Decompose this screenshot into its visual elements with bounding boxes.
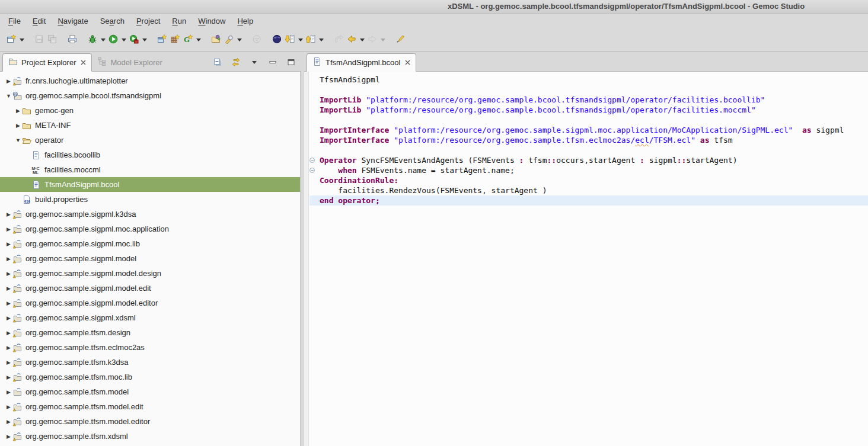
fold-collapse-icon[interactable]: − <box>309 155 318 165</box>
tree-item-facilities-moccml[interactable]: MᶜCMLfacilities.moccml <box>0 162 300 177</box>
tree-item-org-gemoc-sample-bcool-tfsmandsigpml[interactable]: ▼Gorg.gemoc.sample.bcool.tfsmandsigpml <box>0 88 300 103</box>
explorer-tab-project-explorer[interactable]: Project Explorer <box>2 53 92 72</box>
menu-edit[interactable]: Edit <box>27 15 52 27</box>
search-torch-dropdown[interactable] <box>235 32 243 47</box>
expand-arrow-icon[interactable]: ▶ <box>5 226 12 232</box>
code-line-9[interactable]: −Operator SyncFSMEventsAndAgents (FSMEve… <box>309 155 868 165</box>
expand-arrow-icon[interactable]: ▶ <box>5 434 12 439</box>
tree-item-org-gemoc-sample-tfsm-design[interactable]: ▶!org.gemoc.sample.tfsm.design <box>0 325 300 340</box>
run-button[interactable] <box>107 32 120 47</box>
tree-item-operator[interactable]: ▼operator <box>0 133 300 147</box>
expand-arrow-icon[interactable]: ▶ <box>5 211 12 217</box>
code-line-7[interactable]: ImportInterface "platform:/resource/org.… <box>309 135 868 145</box>
menu-run[interactable]: Run <box>166 15 192 27</box>
expand-arrow-icon[interactable]: ▶ <box>5 285 12 291</box>
editor-tab-tfsmandsigpml-bcool[interactable]: TfsmAndSigpml.bcool <box>307 53 416 72</box>
tree-item-build-properties[interactable]: 010build.properties <box>0 192 300 207</box>
code-line-1[interactable]: TfsmAndSigpml <box>309 75 868 85</box>
tree-item-org-gemoc-sample-tfsm-model-editor[interactable]: ▶!org.gemoc.sample.tfsm.model.editor <box>0 414 300 429</box>
code-line-3[interactable]: ImportLib "platform:/resource/org.gemoc.… <box>309 95 868 105</box>
link-with-editor-button[interactable] <box>231 57 241 67</box>
tree-item-tfsmandsigpml-bcool[interactable]: TfsmAndSigpml.bcool <box>0 177 300 192</box>
highlighter-button[interactable] <box>394 32 407 47</box>
external-tools-dropdown[interactable] <box>141 32 148 47</box>
tab-close-icon[interactable] <box>404 59 410 66</box>
tree-item-org-gemoc-sample-sigpml-moc-application[interactable]: ▶!org.gemoc.sample.sigpml.moc.applicatio… <box>0 222 300 236</box>
expand-arrow-icon[interactable]: ▶ <box>14 108 22 114</box>
tree-item-meta-inf[interactable]: ▶META-INF <box>0 118 300 133</box>
tree-item-org-gemoc-sample-sigpml-model-design[interactable]: ▶!org.gemoc.sample.sigpml.model.design <box>0 266 300 281</box>
tree-item-fr-cnrs-luchogie-ultimateplotter[interactable]: ▶!fr.cnrs.luchogie.ultimateplotter <box>0 73 300 88</box>
collapse-all-button[interactable] <box>212 57 222 67</box>
tree-item-org-gemoc-sample-tfsm-model[interactable]: ▶org.gemoc.sample.tfsm.model <box>0 384 300 399</box>
code-line-2[interactable] <box>309 85 868 95</box>
fold-collapse-icon[interactable]: − <box>309 165 318 175</box>
new-class-dropdown[interactable] <box>194 32 202 47</box>
tree-item-org-gemoc-sample-sigpml-k3dsa[interactable]: ▶!org.gemoc.sample.sigpml.k3dsa <box>0 207 300 222</box>
tree-item-org-gemoc-sample-sigpml-xdsml[interactable]: ▶!org.gemoc.sample.sigpml.xdsml <box>0 310 300 325</box>
expand-arrow-icon[interactable]: ▶ <box>5 360 12 365</box>
tree-item-org-gemoc-sample-tfsm-eclmoc2as[interactable]: ▶!org.gemoc.sample.tfsm.eclmoc2as <box>0 340 300 355</box>
menu-help[interactable]: Help <box>231 15 259 27</box>
code-line-13[interactable]: end operator; <box>309 195 868 206</box>
next-annotation-dropdown[interactable] <box>296 32 304 47</box>
tree-item-org-gemoc-sample-sigpml-model-editor[interactable]: ▶!org.gemoc.sample.sigpml.model.editor <box>0 296 300 310</box>
tree-item-org-gemoc-sample-tfsm-model-edit[interactable]: ▶!org.gemoc.sample.tfsm.model.edit <box>0 399 300 414</box>
tree-item-org-gemoc-sample-sigpml-model-edit[interactable]: ▶!org.gemoc.sample.sigpml.model.edit <box>0 281 300 296</box>
menu-navigate[interactable]: Navigate <box>52 15 94 27</box>
code-line-10[interactable]: − when FSMEvents.name = startAgent.name; <box>309 165 868 175</box>
collapse-arrow-icon[interactable]: ▼ <box>5 93 12 99</box>
new-wizard-button[interactable] <box>5 32 18 47</box>
expand-arrow-icon[interactable]: ▶ <box>5 345 12 351</box>
menu-project[interactable]: Project <box>130 15 166 27</box>
expand-arrow-icon[interactable]: ▶ <box>5 330 12 336</box>
new-modeling-project-button[interactable] <box>155 32 168 47</box>
tree-item-org-gemoc-sample-tfsm-k3dsa[interactable]: ▶!org.gemoc.sample.tfsm.k3dsa <box>0 355 300 370</box>
view-menu-button[interactable] <box>249 57 259 67</box>
next-annotation-button[interactable] <box>283 32 296 47</box>
collapse-arrow-icon[interactable]: ▼ <box>14 137 22 143</box>
code-line-11[interactable]: CoordinationRule: <box>309 175 868 185</box>
tree-item-org-gemoc-sample-sigpml-model[interactable]: ▶!org.gemoc.sample.sigpml.model <box>0 251 300 266</box>
expand-arrow-icon[interactable]: ▶ <box>5 300 12 306</box>
code-line-4[interactable]: ImportLib "platform:/resource/org.gemoc.… <box>309 105 868 115</box>
expand-arrow-icon[interactable]: ▶ <box>5 419 12 425</box>
expand-arrow-icon[interactable]: ▶ <box>5 78 12 84</box>
explorer-tab-model-explorer[interactable]: Model Explorer <box>92 53 167 72</box>
tree-item-org-gemoc-sample-tfsm-moc-lib[interactable]: ▶!org.gemoc.sample.tfsm.moc.lib <box>0 370 300 384</box>
debug-button[interactable] <box>86 32 99 47</box>
expand-arrow-icon[interactable]: ▶ <box>5 374 12 380</box>
tree-item-org-gemoc-sample-tfsm-xdsml[interactable]: ▶!org.gemoc.sample.tfsm.xdsml <box>0 429 300 444</box>
code-line-5[interactable] <box>309 115 868 125</box>
previous-annotation-button[interactable] <box>304 32 317 47</box>
tree-item-gemoc-gen[interactable]: ▶gemoc-gen <box>0 103 300 118</box>
new-package-button[interactable] <box>168 32 181 47</box>
minimize-button[interactable] <box>267 57 277 67</box>
project-tree[interactable]: ▶!fr.cnrs.luchogie.ultimateplotter▼Gorg.… <box>0 72 301 446</box>
new-class-button[interactable]: G <box>181 32 194 47</box>
previous-annotation-dropdown[interactable] <box>317 32 325 47</box>
print-button[interactable] <box>66 32 79 47</box>
web-browser-button[interactable] <box>270 32 283 47</box>
expand-arrow-icon[interactable]: ▶ <box>14 123 22 129</box>
expand-arrow-icon[interactable]: ▶ <box>5 271 12 277</box>
expand-arrow-icon[interactable]: ▶ <box>5 404 12 410</box>
back-dropdown[interactable] <box>358 32 366 47</box>
code-line-12[interactable]: facilities.RendezVous(FSMEvents, startAg… <box>309 185 868 195</box>
run-dropdown[interactable] <box>120 32 127 47</box>
external-tools-button[interactable] <box>127 32 141 47</box>
code-line-6[interactable]: ImportInterface "platform:/resource/org.… <box>309 125 868 135</box>
maximize-button[interactable] <box>286 57 296 67</box>
tab-close-icon[interactable] <box>79 59 86 66</box>
expand-arrow-icon[interactable]: ▶ <box>5 256 12 262</box>
new-wizard-dropdown[interactable] <box>18 32 25 47</box>
open-artifact-button[interactable] <box>209 32 222 47</box>
code-line-8[interactable] <box>309 145 868 155</box>
menu-file[interactable]: File <box>2 15 27 27</box>
back-button[interactable] <box>345 32 358 47</box>
expand-arrow-icon[interactable]: ▶ <box>5 315 12 321</box>
menu-search[interactable]: Search <box>94 15 130 27</box>
menu-window[interactable]: Window <box>192 15 231 27</box>
expand-arrow-icon[interactable]: ▶ <box>5 241 12 247</box>
code-editor[interactable]: TfsmAndSigpmlImportLib "platform:/resour… <box>304 72 868 446</box>
